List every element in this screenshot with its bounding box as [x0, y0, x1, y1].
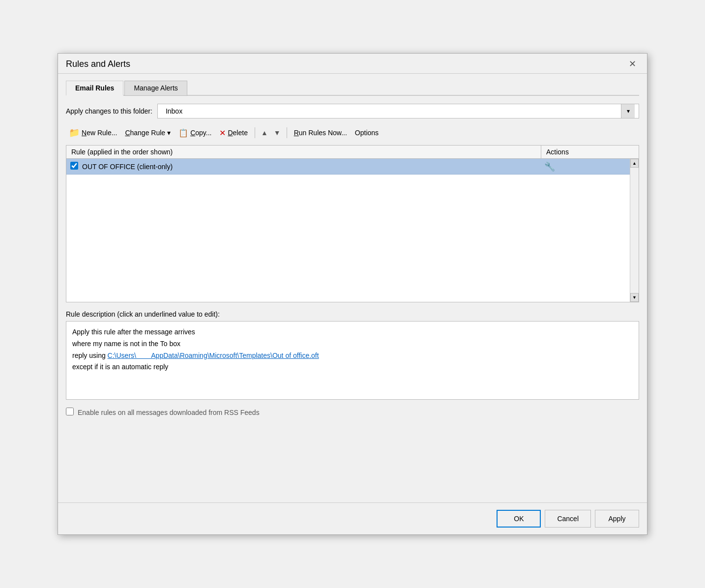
- new-rule-icon: 📁: [69, 127, 80, 138]
- title-bar: Rules and Alerts ✕: [58, 54, 647, 74]
- description-line-2: where my name is not in the To box: [72, 338, 633, 350]
- description-line-1: Apply this rule after the message arrive…: [72, 326, 633, 338]
- folder-dropdown[interactable]: Inbox ▾: [157, 104, 639, 118]
- bottom-buttons: OK Cancel Apply: [58, 502, 647, 534]
- dialog-content: Email Rules Manage Alerts Apply changes …: [58, 74, 647, 502]
- description-line-4: except if it is an automatic reply: [72, 361, 633, 373]
- folder-row: Apply changes to this folder: Inbox ▾: [66, 104, 639, 118]
- ok-button[interactable]: OK: [497, 510, 541, 528]
- copy-label: Copy...: [190, 129, 211, 137]
- template-path-link[interactable]: C:\Users\ AppData\Roaming\Microsoft\Temp…: [108, 352, 319, 359]
- scroll-header-spacer: [630, 146, 639, 158]
- delete-icon: ✕: [219, 128, 226, 138]
- run-rules-button[interactable]: Run Rules Now...: [291, 127, 350, 139]
- tab-manage-alerts[interactable]: Manage Alerts: [124, 81, 187, 96]
- rss-feeds-checkbox[interactable]: [66, 408, 74, 415]
- apply-button[interactable]: Apply: [595, 510, 639, 528]
- rules-table-header: Rule (applied in the order shown) Action…: [66, 146, 639, 159]
- close-button[interactable]: ✕: [626, 59, 639, 69]
- rss-label: Enable rules on all messages downloaded …: [78, 409, 260, 416]
- copy-icon: 📋: [178, 128, 188, 138]
- change-rule-button[interactable]: Change Rule ▾: [122, 127, 174, 139]
- new-rule-button[interactable]: 📁 New Rule...: [66, 125, 120, 140]
- copy-button[interactable]: 📋 Copy...: [176, 126, 214, 140]
- col-header-rule: Rule (applied in the order shown): [66, 146, 541, 158]
- change-rule-arrow: ▾: [167, 129, 171, 137]
- rule-checkbox-container[interactable]: [66, 162, 82, 171]
- wrench-icon: 🔧: [544, 161, 555, 172]
- options-button[interactable]: Options: [352, 127, 382, 139]
- rule-description-section: Rule description (click an underlined va…: [66, 310, 639, 400]
- delete-label: Delete: [228, 129, 247, 137]
- toolbar-separator-2: [287, 127, 287, 138]
- move-up-button[interactable]: ▲: [259, 127, 270, 139]
- scroll-down-arrow[interactable]: ▼: [630, 293, 639, 302]
- vertical-scrollbar[interactable]: ▲ ▼: [630, 159, 639, 302]
- scroll-up-arrow[interactable]: ▲: [630, 159, 639, 168]
- change-rule-label: Change Rule: [125, 129, 165, 137]
- description-line-3: reply using C:\Users\ AppData\Roaming\Mi…: [72, 350, 633, 362]
- folder-label: Apply changes to this folder:: [66, 107, 152, 115]
- col-header-actions: Actions: [541, 146, 630, 158]
- folder-dropdown-button[interactable]: ▾: [621, 104, 635, 118]
- dialog-title: Rules and Alerts: [66, 59, 130, 69]
- tabs-container: Email Rules Manage Alerts: [66, 80, 639, 96]
- rss-checkbox-container[interactable]: [66, 408, 74, 417]
- options-label: Options: [355, 129, 379, 137]
- rules-and-alerts-dialog: Rules and Alerts ✕ Email Rules Manage Al…: [58, 53, 647, 535]
- rss-row: Enable rules on all messages downloaded …: [66, 408, 639, 417]
- rule-action-icon-container: 🔧: [540, 161, 639, 172]
- table-row[interactable]: OUT OF OFFICE (client-only) 🔧: [66, 159, 639, 175]
- rules-table: Rule (applied in the order shown) Action…: [66, 145, 639, 302]
- rule-name: OUT OF OFFICE (client-only): [82, 163, 540, 171]
- tab-email-rules[interactable]: Email Rules: [66, 81, 123, 96]
- rules-scroll-area[interactable]: OUT OF OFFICE (client-only) 🔧 ▲ ▼: [66, 159, 639, 302]
- rule-description-label: Rule description (click an underlined va…: [66, 310, 639, 318]
- new-rule-label: New Rule...: [82, 129, 117, 137]
- delete-button[interactable]: ✕ Delete: [216, 126, 250, 140]
- rule-description-box: Apply this rule after the message arrive…: [66, 321, 639, 400]
- move-down-button[interactable]: ▼: [272, 127, 283, 139]
- toolbar-separator: [255, 127, 255, 138]
- cancel-button[interactable]: Cancel: [545, 510, 591, 528]
- folder-value: Inbox: [162, 107, 621, 115]
- rule-enabled-checkbox[interactable]: [70, 162, 78, 170]
- run-rules-label: Run Rules Now...: [294, 129, 347, 137]
- toolbar: 📁 New Rule... Change Rule ▾ 📋 Copy... ✕ …: [66, 125, 639, 140]
